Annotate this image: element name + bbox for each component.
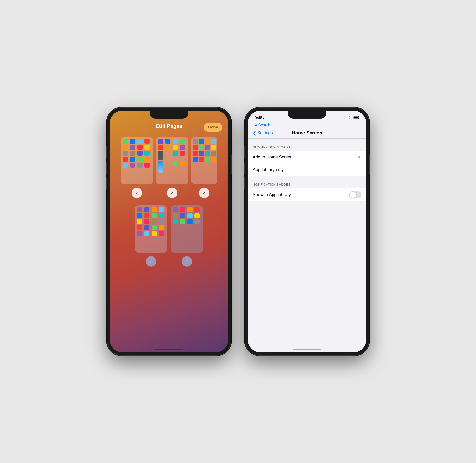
notch-left — [150, 111, 188, 119]
page-thumb-4[interactable]: ✓ — [135, 205, 167, 267]
back-label[interactable]: Settings — [257, 130, 273, 135]
page-thumbnail-4 — [135, 205, 167, 253]
show-in-app-library-label: Show in App Library — [253, 192, 291, 197]
page-thumbnail-3 — [191, 137, 217, 184]
back-button[interactable]: ❮ Settings — [253, 130, 273, 136]
new-app-downloads-header: NEW APP DOWNLOADS — [248, 145, 366, 151]
battery-icon — [353, 116, 359, 120]
search-back-label[interactable]: Search — [258, 123, 270, 127]
add-to-home-screen-row[interactable]: Add to Home Screen ✓ — [248, 151, 366, 163]
svg-rect-2 — [354, 116, 359, 119]
home-indicator-right — [293, 349, 321, 350]
new-app-downloads-section: NEW APP DOWNLOADS Add to Home Screen ✓ A… — [248, 145, 366, 176]
search-back-bar: ◀ Search — [248, 122, 366, 128]
edit-pages-screen: Edit Pages Done — [110, 111, 228, 352]
left-phone-screen: Edit Pages Done — [110, 111, 228, 352]
check-circle-4: ✓ — [146, 256, 156, 267]
notification-badges-header: NOTIFICATION BADGES — [248, 183, 366, 188]
app-library-only-label: App Library only — [253, 167, 284, 172]
notification-badges-section: NOTIFICATION BADGES Show in App Library — [248, 183, 366, 201]
add-to-home-screen-checkmark: ✓ — [357, 154, 361, 160]
page-thumbnail-2 — [156, 137, 188, 184]
right-phone: 9:45 ▸ •• — [245, 108, 369, 355]
page-thumb-1[interactable]: ✓ — [121, 137, 153, 198]
check-circle-5: ✓ — [182, 256, 192, 267]
new-app-downloads-group: Add to Home Screen ✓ App Library only — [248, 151, 366, 176]
nav-bar: ❮ Settings Home Screen — [248, 128, 366, 139]
page-thumbnail-1 — [121, 137, 153, 184]
add-to-home-screen-label: Add to Home Screen — [253, 155, 293, 160]
page-thumb-5[interactable]: ✓ — [171, 205, 203, 267]
check-circle-2: ✓ — [167, 188, 177, 198]
check-circle-1: ✓ — [132, 188, 142, 198]
page-thumbnail-5 — [171, 205, 203, 253]
right-phone-screen: 9:45 ▸ •• — [248, 111, 366, 352]
page-thumb-2[interactable]: ✓ — [156, 137, 188, 198]
show-in-app-library-toggle[interactable] — [349, 191, 361, 198]
settings-screen: 9:45 ▸ •• — [248, 111, 366, 352]
notch-right — [288, 111, 326, 119]
done-button[interactable]: Done — [204, 123, 223, 132]
toggle-knob — [350, 192, 356, 198]
page-thumb-3[interactable]: ✓ — [191, 137, 217, 198]
svg-rect-1 — [359, 117, 359, 118]
edit-pages-title: Edit Pages — [156, 123, 182, 129]
status-time: 9:45 ▸ — [255, 116, 265, 120]
dots-icon: •• — [344, 117, 346, 119]
home-indicator-left — [155, 349, 183, 350]
wifi-icon — [348, 116, 352, 120]
status-right: •• — [344, 116, 359, 120]
nav-title: Home Screen — [292, 130, 322, 136]
app-library-only-row[interactable]: App Library only — [248, 163, 366, 176]
location-icon: ▸ — [263, 116, 265, 120]
notification-badges-group: Show in App Library — [248, 188, 366, 201]
left-phone: Edit Pages Done — [107, 108, 231, 355]
check-circle-3: ✓ — [199, 188, 209, 198]
show-in-app-library-row[interactable]: Show in App Library — [248, 188, 366, 201]
